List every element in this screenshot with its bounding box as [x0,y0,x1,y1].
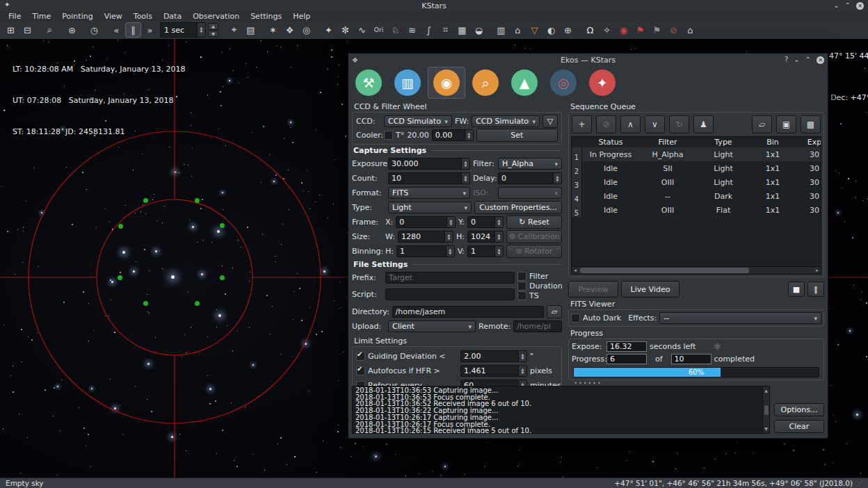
column-header-bin[interactable]: Bin [750,138,795,147]
queue-horizontal-scrollbar[interactable]: ◂ ▸ [572,266,821,274]
delay-spinbox[interactable]: 0 [498,172,562,184]
set-time-icon[interactable]: ◷ [86,22,102,38]
supernova-alert-icon[interactable]: ✧ [599,22,615,38]
filter-manager-button[interactable]: ▽ [542,115,558,128]
size-h-spinbox[interactable]: 1024 [467,231,504,243]
sequence-queue-table[interactable]: StatusFilterTypeBinExp 1In ProgressH_Alp… [571,136,821,275]
queue-row-2[interactable]: 2IdleSIILight1x130 [572,161,821,175]
tab-capture[interactable]: ◉ [428,67,465,99]
menu-help[interactable]: Help [287,11,316,21]
queue-row-3[interactable]: 3IdleOIIILight1x130 [572,175,821,189]
zoom-out-icon[interactable]: ⊟ [19,22,35,38]
time-step-arrows[interactable] [197,23,205,37]
tab-setup[interactable]: ⚒ [350,67,387,99]
custom-properties-button[interactable]: Custom Properties... [474,201,562,214]
zoom-in-icon[interactable]: ⊞ [3,22,19,38]
log-view[interactable]: 2018-01-13T10:36:53 Capturing image...20… [352,386,770,434]
help-icon[interactable]: ? [785,56,788,63]
equatorial-grid-icon[interactable]: ⌗ [437,22,453,38]
stop-capture-button[interactable]: ■ [788,282,805,297]
set-location-icon[interactable]: ⊛ [64,22,80,38]
constellation-lines-icon[interactable]: ∿ [354,22,370,38]
find-object-icon[interactable]: ⌕ [42,22,58,38]
minimize-icon[interactable]: ⌄ [794,56,799,63]
step-down-arrow[interactable]: ▼ [208,31,218,38]
format-select[interactable]: FITS [388,187,470,199]
filter-select[interactable]: H_Alpha [498,158,562,170]
menu-view[interactable]: View [99,11,128,21]
sky-object-marker[interactable] [118,275,122,280]
limit-value-spinbox-0[interactable]: 2.00 [460,350,527,362]
tab-scheduler[interactable]: ▥ [389,67,426,99]
window-titlebar[interactable]: ✦ KStars ⌄⌃✕ [0,0,868,11]
set-temperature-button[interactable]: Set [476,129,558,142]
telescope-crosshair-icon[interactable]: ⊕ [560,22,576,38]
satellites-icon[interactable]: ⊘ [666,22,682,38]
flags-icon[interactable]: ⚑ [649,22,665,38]
exposure-spinbox[interactable]: 30.000 [388,158,470,170]
whats-interesting-icon[interactable]: ▥ [493,22,509,38]
menu-data[interactable]: Data [158,11,187,21]
script-input[interactable] [385,288,515,300]
limit-checkbox-0[interactable] [356,352,365,361]
prefix-input[interactable]: Target [385,272,515,284]
live-video-button[interactable]: Live Video [621,281,680,298]
resize-grip[interactable]: ⋰ [857,480,862,487]
filter-wheel-select[interactable]: CCD Simulator [472,115,540,127]
time-pause-icon[interactable]: ‖ [125,22,141,38]
log-scrollbar[interactable]: ▲▼ [762,387,769,433]
views-gallery-icon[interactable]: ▤ [243,22,259,38]
upload-mode-select[interactable]: Client [388,320,476,332]
observation-planner-icon[interactable]: ⌂ [510,22,526,38]
add-flag-icon[interactable]: ⚑ [632,22,648,38]
scroll-right-arrow[interactable]: ▸ [814,267,821,274]
show-stars-icon[interactable]: ✶ [265,22,281,38]
constellation-names-icon[interactable]: Ori [371,22,387,38]
queue-row-1[interactable]: 1In ProgressH_AlphaLight1x130 [572,147,821,161]
maximize-icon[interactable]: ⌃ [805,56,811,63]
frame-y-spinbox[interactable]: 0 [467,216,504,228]
save-queue-as-button[interactable]: ▩ [801,115,821,133]
tab-mount[interactable]: ▲ [506,67,543,99]
show-deep-sky-icon[interactable]: ❖ [282,22,298,38]
time-step-spinbox[interactable]: 1 sec [160,22,206,38]
scrollbar-thumb[interactable] [580,268,749,273]
simulation-icon[interactable]: ◉ [616,22,632,38]
close-icon[interactable]: ✕ [856,2,864,10]
menu-settings[interactable]: Settings [245,11,287,21]
pointing-focus-icon[interactable]: ⌖ [226,22,242,38]
move-job-up-button[interactable]: ∧ [620,115,641,133]
scroll-left-arrow[interactable]: ◂ [572,267,579,274]
limit-value-spinbox-1[interactable]: 1.461 [460,365,527,377]
menu-pointing[interactable]: Pointing [56,11,98,21]
sky-object-marker[interactable] [143,301,148,306]
clear-log-button[interactable]: Clear [774,420,824,433]
reset-frame-button[interactable]: ↻ Reset [506,215,562,229]
menu-file[interactable]: File [3,11,26,21]
sky-object-marker[interactable] [195,301,200,306]
show-supernovae-icon[interactable]: ✦ [321,22,337,38]
count-spinbox[interactable]: 10 [388,172,470,184]
temperature-spinbox[interactable]: 0.00 [432,129,474,141]
duration-checkbox[interactable] [517,282,527,291]
filter-checkbox[interactable] [517,272,527,281]
lock-position-icon[interactable]: Ω [582,22,598,38]
column-header-exp[interactable]: Exp [795,138,821,147]
binning-v-spinbox[interactable]: 1 [467,245,504,257]
sky-object-marker[interactable] [118,224,123,229]
ekos-titlebar[interactable]: ❖ Ekos — KStars ?⌄⌃✕ [348,54,828,66]
browse-directory-button[interactable]: ▱ [547,305,562,318]
ts-checkbox[interactable] [517,291,527,300]
sky-object-marker[interactable] [195,198,200,203]
menu-observation[interactable]: Observation [187,11,245,21]
constellation-art-icon[interactable]: ♘ [387,22,403,38]
show-planets-icon[interactable]: ◎ [298,22,314,38]
time-step-updown[interactable]: ▲▼ [208,23,218,37]
time-step-forward-icon[interactable]: » [142,22,158,38]
options-button[interactable]: Options... [774,403,824,416]
menu-time[interactable]: Time [26,11,56,21]
horizontal-grid-icon[interactable]: ▦ [454,22,470,38]
show-comets-icon[interactable]: ✼ [337,22,353,38]
sky-calendar-icon[interactable]: ▽ [527,22,542,38]
tab-guide[interactable]: ◎ [545,67,582,99]
